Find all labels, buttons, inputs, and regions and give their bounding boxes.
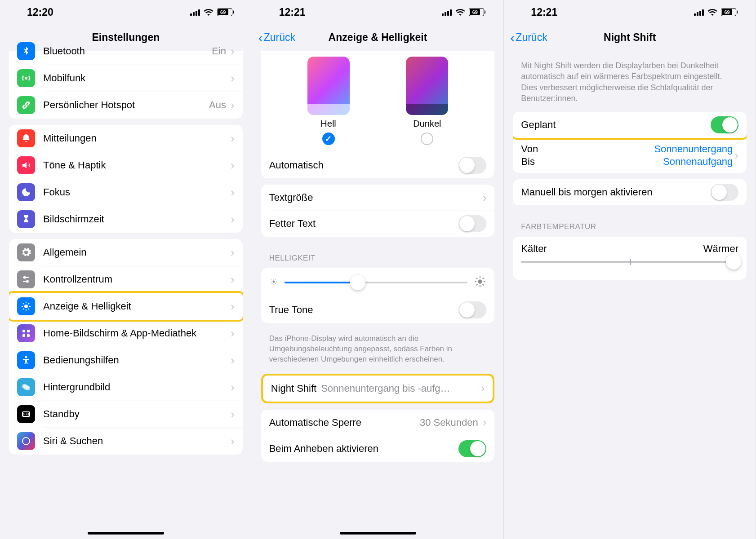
nightshift-description: Mit Night Shift werden die Displayfarben… (504, 51, 756, 107)
row-fettertext[interactable]: Fetter Text (261, 211, 495, 237)
row-colortemp[interactable]: Kälter Wärmer (513, 237, 747, 280)
svg-point-2 (23, 276, 26, 279)
appearance-dark[interactable]: Dunkel (406, 57, 448, 145)
row-brightness-slider[interactable] (261, 268, 495, 297)
value-sunrise: Sonnenaufgang (538, 156, 733, 168)
toggle-anheben[interactable] (458, 440, 486, 457)
svg-line-39 (483, 284, 484, 285)
row-toene[interactable]: Töne & Haptik › (9, 152, 243, 179)
sliders-icon (17, 270, 35, 288)
row-schedule[interactable]: Von Bis Sonnenuntergang Sonnenaufgang › (513, 138, 747, 173)
colortemp-slider[interactable] (521, 261, 738, 263)
accessibility-icon (17, 351, 35, 369)
bell-icon (17, 129, 35, 147)
row-homescreen[interactable]: Home-Bildschirm & App-Mediathek › (9, 320, 243, 347)
svg-point-20 (26, 386, 30, 390)
brightness-slider[interactable] (285, 282, 468, 283)
radio-light[interactable] (322, 133, 335, 145)
light-preview-icon (307, 57, 350, 115)
row-hotspot[interactable]: Persönlicher Hotspot Aus › (9, 92, 243, 119)
chevron-right-icon: › (231, 71, 235, 85)
row-geplant[interactable]: Geplant (513, 112, 747, 140)
toggle-fettertext[interactable] (458, 215, 486, 232)
row-automatisch[interactable]: Automatisch (261, 152, 495, 178)
row-siri[interactable]: Siri & Suchen › (9, 428, 243, 455)
nav-bar: ‹ Zurück Anzeige & Helligkeit (252, 24, 504, 51)
back-button[interactable]: ‹ Zurück (510, 31, 547, 44)
row-bluetooth[interactable]: Bluetooth Ein › (9, 38, 243, 65)
sun-large-icon (474, 275, 486, 290)
svg-text:9:41: 9:41 (22, 412, 30, 416)
svg-rect-16 (27, 334, 30, 337)
row-bildschirmzeit[interactable]: Bildschirmzeit › (9, 206, 243, 233)
chevron-right-icon: › (231, 273, 235, 287)
chevron-right-icon: › (231, 327, 235, 340)
sun-small-icon (269, 277, 278, 288)
row-bedienungshilfen[interactable]: Bedienungshilfen › (9, 347, 243, 374)
svg-point-23 (22, 437, 30, 445)
svg-point-33 (478, 279, 482, 283)
label-bis: Bis (521, 156, 538, 168)
truetone-description: Das iPhone-Display wird automatisch an d… (252, 329, 504, 365)
cellular-signal-icon (190, 9, 200, 16)
toggle-geplant[interactable] (711, 116, 738, 133)
chevron-left-icon: ‹ (510, 31, 515, 44)
row-allgemein[interactable]: Allgemein › (9, 239, 243, 266)
svg-line-41 (483, 278, 484, 279)
wifi-icon (455, 9, 465, 16)
chevron-left-icon: ‹ (258, 31, 263, 44)
phone-screen-display: 12:21 69 ‹ Zurück Anzeige & Helligkeit H… (252, 0, 504, 539)
row-textgroesse[interactable]: Textgröße › (261, 185, 495, 211)
svg-line-9 (23, 303, 24, 304)
svg-rect-13 (22, 330, 25, 332)
label-cooler: Kälter (521, 243, 547, 255)
chevron-right-icon: › (231, 44, 235, 58)
row-anheben[interactable]: Beim Anheben aktivieren (261, 436, 495, 462)
chevron-right-icon: › (231, 212, 235, 226)
svg-line-31 (271, 283, 272, 283)
row-anzeige-helligkeit[interactable]: Anzeige & Helligkeit › (9, 291, 243, 322)
appearance-light[interactable]: Hell (307, 57, 350, 145)
row-hintergrundbild[interactable]: Hintergrundbild › (9, 374, 243, 401)
home-indicator[interactable] (340, 532, 416, 535)
radio-dark[interactable] (421, 133, 433, 145)
chevron-right-icon: › (231, 246, 235, 260)
svg-line-11 (23, 309, 24, 309)
row-fokus[interactable]: Fokus › (9, 179, 243, 206)
row-mitteilungen[interactable]: Mitteilungen › (9, 125, 243, 152)
row-mobilfunk[interactable]: Mobilfunk › (9, 65, 243, 92)
row-truetone[interactable]: True Tone (261, 297, 495, 323)
status-bar: 12:21 69 (252, 0, 504, 24)
cellular-signal-icon (442, 9, 452, 16)
speaker-icon (17, 156, 35, 174)
clock: 12:21 (279, 6, 306, 18)
wallpaper-icon (17, 378, 35, 396)
home-indicator[interactable] (88, 532, 164, 535)
row-autosperre[interactable]: Automatische Sperre 30 Sekunden › (261, 410, 495, 436)
status-bar: 12:20 69 (0, 0, 252, 24)
row-manuell[interactable]: Manuell bis morgen aktivieren (513, 179, 747, 205)
clock: 12:20 (27, 6, 53, 18)
row-kontrollzentrum[interactable]: Kontrollzentrum › (9, 266, 243, 293)
row-nightshift[interactable]: Night Shift Sonnenuntergang bis -aufg… › (263, 376, 493, 402)
phone-screen-nightshift: 12:21 69 ‹ Zurück Night Shift Mit Night … (504, 0, 756, 539)
chevron-right-icon: › (734, 149, 738, 163)
svg-line-10 (28, 309, 29, 309)
chevron-right-icon: › (231, 98, 235, 112)
toggle-manuell[interactable] (711, 184, 738, 201)
toggle-truetone[interactable] (458, 301, 486, 318)
section-helligkeit: HELLIGKEIT (252, 243, 504, 266)
siri-icon (17, 432, 35, 450)
grid-icon (17, 324, 35, 342)
cellular-signal-icon (694, 9, 704, 16)
row-standby[interactable]: 9:41 Standby › (9, 401, 243, 428)
wifi-icon (204, 9, 213, 16)
value-sunset: Sonnenuntergang (538, 143, 733, 155)
svg-line-32 (275, 279, 276, 280)
gear-icon (17, 243, 35, 261)
back-button[interactable]: ‹ Zurück (258, 31, 295, 44)
battery-icon: 69 (721, 8, 738, 16)
svg-point-17 (25, 356, 27, 358)
toggle-automatisch[interactable] (458, 157, 486, 174)
dark-preview-icon (406, 57, 448, 115)
